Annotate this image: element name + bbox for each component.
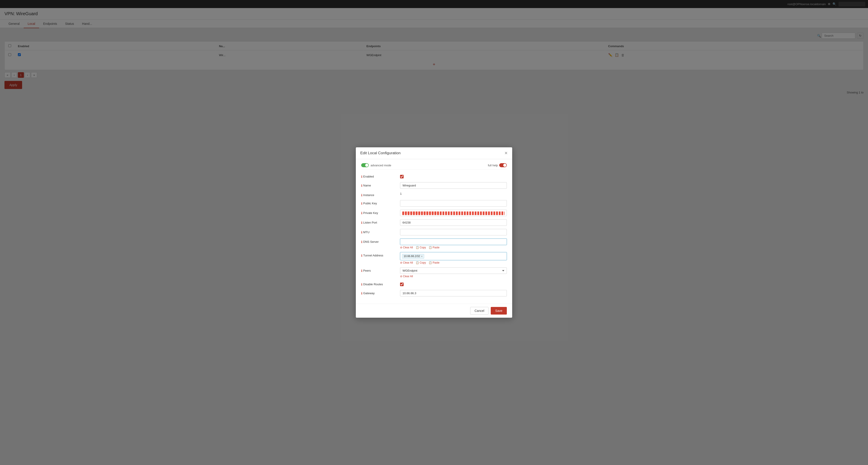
modal-title: Edit Local Configuration xyxy=(360,151,401,155)
advanced-mode-bar: advanced mode full help xyxy=(361,163,507,170)
full-help-right: full help xyxy=(488,163,507,167)
tunnel-address-label: ℹ Tunnel Address xyxy=(361,252,397,257)
instance-value: 1 xyxy=(400,191,402,197)
edit-local-config-modal: Edit Local Configuration ✕ advanced mode… xyxy=(356,147,512,318)
advanced-mode-label: advanced mode xyxy=(371,164,391,167)
field-listen-port: ℹ Listen Port xyxy=(361,219,507,226)
advanced-mode-left: advanced mode xyxy=(361,163,391,167)
name-info-icon[interactable]: ℹ xyxy=(361,184,362,187)
enabled-control xyxy=(400,173,507,179)
tunnel-clear-all-link[interactable]: ⊘ Clear All xyxy=(400,261,413,264)
field-name: ℹ Name xyxy=(361,182,507,189)
field-peers: ℹ Peers WGEndpint ⊘ Clear All xyxy=(361,267,507,278)
disable-routes-checkbox[interactable] xyxy=(400,283,404,286)
listen-port-info-icon[interactable]: ℹ xyxy=(361,221,362,225)
mtu-input[interactable] xyxy=(400,229,507,235)
field-tunnel-address: ℹ Tunnel Address 10.66.66.2/32 × ⊘ xyxy=(361,252,507,264)
modal-footer: Cancel Save xyxy=(356,303,512,318)
tunnel-clear-icon: ⊘ xyxy=(400,261,402,264)
modal-overlay: Edit Local Configuration ✕ advanced mode… xyxy=(0,0,868,465)
enabled-info-icon[interactable]: ℹ xyxy=(361,175,362,178)
field-dns-server: ℹ DNS Server ⊘ Clear All 📋 Copy xyxy=(361,238,507,249)
name-control xyxy=(400,182,507,189)
cancel-button[interactable]: Cancel xyxy=(470,307,489,315)
full-help-label: full help xyxy=(488,164,498,167)
peers-actions: ⊘ Clear All xyxy=(400,275,507,278)
dns-server-actions: ⊘ Clear All 📋 Copy 📋 Paste xyxy=(400,246,507,249)
private-key-field xyxy=(400,210,507,216)
field-disable-routes: ℹ Disable Routes xyxy=(361,281,507,287)
gateway-control xyxy=(400,290,507,296)
modal-header: Edit Local Configuration ✕ xyxy=(356,147,512,159)
enabled-label: ℹ Enabled xyxy=(361,173,397,178)
tunnel-address-input[interactable] xyxy=(425,255,505,258)
dns-server-label: ℹ DNS Server xyxy=(361,238,397,244)
private-key-label: ℹ Private Key xyxy=(361,210,397,215)
dns-server-control: ⊘ Clear All 📋 Copy 📋 Paste xyxy=(400,238,507,249)
dns-copy-link[interactable]: 📋 Copy xyxy=(416,246,426,249)
full-help-toggle[interactable] xyxy=(499,163,507,167)
tunnel-address-tag: 10.66.66.2/32 × xyxy=(402,254,424,259)
private-key-input[interactable] xyxy=(400,210,507,216)
dns-paste-link[interactable]: 📋 Paste xyxy=(429,246,440,249)
tag-remove-button[interactable]: × xyxy=(421,255,423,258)
peers-clear-icon: ⊘ xyxy=(400,275,402,278)
listen-port-control xyxy=(400,219,507,226)
dns-copy-icon: 📋 xyxy=(416,246,419,249)
listen-port-label: ℹ Listen Port xyxy=(361,219,397,225)
public-key-input[interactable] xyxy=(400,200,507,207)
listen-port-input[interactable] xyxy=(400,219,507,226)
tunnel-address-control: 10.66.66.2/32 × ⊘ Clear All 📋 Copy xyxy=(400,252,507,264)
field-gateway: ℹ Gateway xyxy=(361,290,507,296)
dns-clear-all-link[interactable]: ⊘ Clear All xyxy=(400,246,413,249)
name-input[interactable] xyxy=(400,182,507,189)
peers-select[interactable]: WGEndpint xyxy=(400,267,507,274)
field-private-key: ℹ Private Key xyxy=(361,210,507,216)
enabled-checkbox[interactable] xyxy=(400,175,404,178)
private-key-info-icon[interactable]: ℹ xyxy=(361,211,362,215)
mtu-info-icon[interactable]: ℹ xyxy=(361,231,362,234)
disable-routes-info-icon[interactable]: ℹ xyxy=(361,283,362,286)
gateway-label: ℹ Gateway xyxy=(361,290,397,295)
peers-info-icon[interactable]: ℹ xyxy=(361,269,362,272)
tunnel-copy-icon: 📋 xyxy=(416,261,419,264)
dns-server-input[interactable] xyxy=(400,238,507,245)
tag-value: 10.66.66.2/32 xyxy=(404,255,420,258)
field-enabled: ℹ Enabled xyxy=(361,173,507,179)
name-label: ℹ Name xyxy=(361,182,397,187)
dns-clear-icon: ⊘ xyxy=(400,246,402,249)
mtu-control xyxy=(400,229,507,235)
tunnel-address-info-icon[interactable]: ℹ xyxy=(361,254,362,257)
field-mtu: ℹ MTU xyxy=(361,229,507,235)
save-button[interactable]: Save xyxy=(491,307,507,315)
gateway-info-icon[interactable]: ℹ xyxy=(361,292,362,295)
public-key-control xyxy=(400,200,507,207)
instance-label: ℹ Instance xyxy=(361,192,397,197)
peers-control: WGEndpint ⊘ Clear All xyxy=(400,267,507,278)
modal-body: advanced mode full help ℹ Enabled xyxy=(356,159,512,303)
instance-control: 1 xyxy=(400,192,507,195)
tunnel-paste-link[interactable]: 📋 Paste xyxy=(429,261,440,264)
public-key-label: ℹ Public Key xyxy=(361,200,397,205)
tunnel-copy-link[interactable]: 📋 Copy xyxy=(416,261,426,264)
advanced-mode-toggle[interactable] xyxy=(361,163,369,167)
gateway-input[interactable] xyxy=(400,290,507,296)
dns-server-info-icon[interactable]: ℹ xyxy=(361,240,362,244)
disable-routes-control xyxy=(400,281,507,287)
public-key-info-icon[interactable]: ℹ xyxy=(361,202,362,205)
field-public-key: ℹ Public Key xyxy=(361,200,507,207)
modal-close-button[interactable]: ✕ xyxy=(504,151,508,155)
tunnel-paste-icon: 📋 xyxy=(429,261,432,264)
field-instance: ℹ Instance 1 xyxy=(361,192,507,197)
mtu-label: ℹ MTU xyxy=(361,229,397,234)
peers-clear-all-link[interactable]: ⊘ Clear All xyxy=(400,275,413,278)
peers-label: ℹ Peers xyxy=(361,267,397,272)
disable-routes-label: ℹ Disable Routes xyxy=(361,281,397,286)
dns-paste-icon: 📋 xyxy=(429,246,432,249)
instance-info-icon[interactable]: ℹ xyxy=(361,193,362,197)
tunnel-address-tags[interactable]: 10.66.66.2/32 × xyxy=(400,252,507,260)
tunnel-address-actions: ⊘ Clear All 📋 Copy 📋 Paste xyxy=(400,261,507,264)
private-key-control xyxy=(400,210,507,216)
